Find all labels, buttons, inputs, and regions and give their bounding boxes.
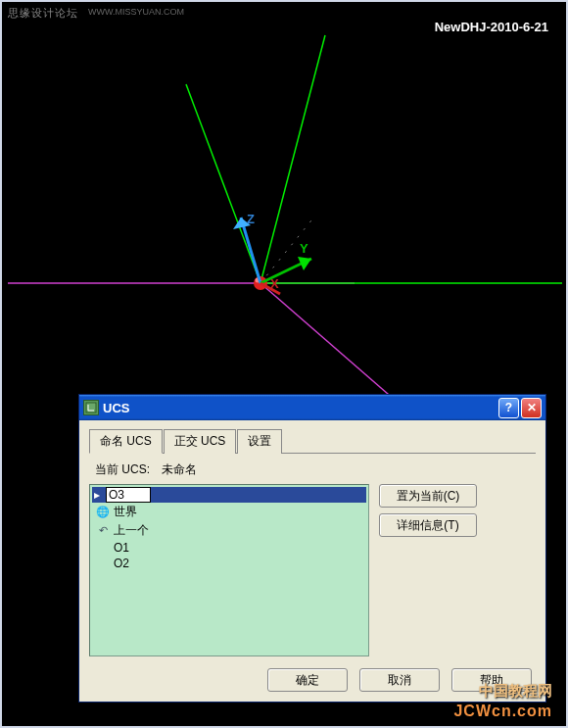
ok-button[interactable]: 确定 <box>267 668 348 692</box>
list-item-world[interactable]: 🌐 世界 <box>92 503 366 521</box>
current-marker-icon: ▸ <box>92 488 102 502</box>
cancel-button[interactable]: 取消 <box>359 668 440 692</box>
svg-line-3 <box>260 35 325 283</box>
list-item-previous[interactable]: ↶ 上一个 <box>92 521 366 540</box>
list-item-label: 世界 <box>114 504 137 520</box>
list-item-label: O1 <box>114 541 129 555</box>
tab-ortho-ucs[interactable]: 正交 UCS <box>164 429 237 454</box>
previous-icon: ↶ <box>96 524 110 538</box>
axis-label-z: Z <box>247 212 255 226</box>
dialog-title: UCS <box>103 401 498 415</box>
list-item-label: 上一个 <box>114 522 149 539</box>
watermark-text-bottom-1: 中国教程网 <box>479 682 552 701</box>
watermark-text-bottom-2: JCWcn.com <box>453 703 552 720</box>
ucs-listbox[interactable]: ▸ 🌐 世界 ↶ 上一个 O1 O2 <box>89 484 369 656</box>
ucs-dialog: UCS ? ✕ 命名 UCS 正交 UCS 设置 当前 UCS: 未命名 ▸ 🌐… <box>78 394 546 703</box>
ucs-name-input[interactable] <box>106 487 151 503</box>
dialog-icon <box>83 400 99 415</box>
axis-label-y: Y <box>300 241 308 256</box>
current-ucs-label: 当前 UCS: 未命名 <box>95 461 536 478</box>
svg-line-8 <box>241 218 260 283</box>
svg-line-4 <box>186 84 260 283</box>
list-item-o2[interactable]: O2 <box>110 556 366 571</box>
tab-strip: 命名 UCS 正交 UCS 设置 <box>89 428 536 454</box>
list-item-o1[interactable]: O1 <box>110 540 366 556</box>
tab-settings[interactable]: 设置 <box>237 429 282 454</box>
set-current-button[interactable]: 置为当前(C) <box>379 484 477 508</box>
tab-named-ucs[interactable]: 命名 UCS <box>89 429 163 454</box>
titlebar-help-button[interactable]: ? <box>498 398 519 418</box>
titlebar-close-button[interactable]: ✕ <box>521 398 542 418</box>
list-item-label: O2 <box>114 557 129 570</box>
dialog-titlebar[interactable]: UCS ? ✕ <box>79 395 545 420</box>
list-item-editing[interactable]: ▸ <box>92 487 366 503</box>
details-button[interactable]: 详细信息(T) <box>379 513 477 537</box>
axis-label-x: X <box>270 276 279 291</box>
globe-icon: 🌐 <box>96 506 110 519</box>
